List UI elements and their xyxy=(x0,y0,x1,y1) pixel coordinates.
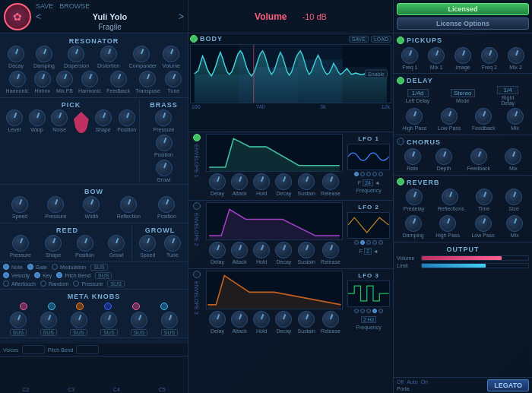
auto-label[interactable]: Auto xyxy=(407,379,417,385)
body-load-button[interactable]: LOAD xyxy=(371,36,391,43)
attack-env3-knob[interactable] xyxy=(231,311,248,328)
body-power-dot[interactable] xyxy=(190,35,198,43)
mix2-knob[interactable] xyxy=(508,47,524,64)
mix-delay-knob[interactable] xyxy=(507,108,524,125)
time-reverb-knob[interactable] xyxy=(476,189,492,205)
harmonic2-knob[interactable] xyxy=(81,71,98,87)
pressure-reed-knob[interactable] xyxy=(12,235,29,252)
meta-dot-3[interactable] xyxy=(76,303,84,310)
attack-env2-knob[interactable] xyxy=(231,242,248,258)
mod-random-dot[interactable] xyxy=(40,280,46,287)
highpass-delay-knob[interactable] xyxy=(406,108,423,125)
lfo2-dot-2[interactable] xyxy=(360,240,365,245)
attack-env1-knob[interactable] xyxy=(231,173,248,190)
decay-env2-knob[interactable] xyxy=(275,242,292,258)
lowpass-delay-knob[interactable] xyxy=(441,108,458,125)
pressure-bow-knob[interactable] xyxy=(47,196,64,213)
sus-btn-1[interactable]: SUS xyxy=(90,264,107,271)
enable-button[interactable]: Enable xyxy=(365,70,388,78)
left-delay-value[interactable]: 1/4d xyxy=(407,89,429,97)
next-button[interactable]: > xyxy=(179,11,184,22)
meta-knob-ctrl-4[interactable] xyxy=(100,312,117,328)
env2-power-dot[interactable] xyxy=(193,202,201,210)
mod-gate-dot[interactable] xyxy=(27,264,33,270)
size-reverb-knob[interactable] xyxy=(505,189,522,205)
sus-btn-2[interactable]: SUS xyxy=(95,272,112,279)
meta-sus-1[interactable]: SUS xyxy=(10,329,27,336)
mod-velocity-dot[interactable] xyxy=(3,272,9,278)
decay-env3-knob[interactable] xyxy=(275,311,292,328)
lfo3-freq-value[interactable]: 2 Hz xyxy=(361,316,376,323)
reverb-power-dot[interactable] xyxy=(397,178,404,185)
chorus-power-dot[interactable] xyxy=(397,138,404,145)
meta-sus-2[interactable]: SUS xyxy=(40,329,57,336)
lfo3-dot-2[interactable] xyxy=(360,309,365,313)
lfo1-dot-4[interactable] xyxy=(372,172,377,176)
mix-reverb-knob[interactable] xyxy=(506,215,523,232)
volume-resonator-knob[interactable] xyxy=(163,46,179,62)
sustain-env3-knob[interactable] xyxy=(298,311,315,328)
speed-growl-knob[interactable] xyxy=(139,235,156,252)
meta-sus-5[interactable]: SUS xyxy=(131,329,147,336)
predelay-reverb-knob[interactable] xyxy=(406,189,423,205)
lfo1-dot-3[interactable] xyxy=(366,172,371,176)
meta-dot-5[interactable] xyxy=(132,303,140,310)
position-bow-knob[interactable] xyxy=(158,196,175,213)
growl-reed-knob[interactable] xyxy=(108,235,125,252)
speed-bow-knob[interactable] xyxy=(11,196,28,213)
browse-label[interactable]: BROWSE xyxy=(59,2,90,10)
lfo3-dot-1[interactable] xyxy=(354,309,359,313)
mod-key-dot[interactable] xyxy=(34,272,40,278)
meta-knob-ctrl-3[interactable] xyxy=(71,312,87,328)
mod-note-dot[interactable] xyxy=(3,264,9,270)
hold-env2-knob[interactable] xyxy=(253,242,270,258)
release-env1-knob[interactable] xyxy=(322,173,339,190)
lfo2-dot-1[interactable] xyxy=(354,240,359,245)
meta-sus-4[interactable]: SUS xyxy=(100,329,117,336)
mod-aftertouch-dot[interactable] xyxy=(3,280,9,287)
delay-power-dot[interactable] xyxy=(397,77,404,84)
mod-modulation-dot[interactable] xyxy=(52,264,58,270)
pickups-power-dot[interactable] xyxy=(397,36,404,44)
lfo2-freq-value[interactable]: 2 xyxy=(364,248,372,255)
lfo1-dot-2[interactable] xyxy=(360,172,365,176)
dispersion-knob[interactable] xyxy=(68,46,84,62)
position-pick-knob[interactable] xyxy=(119,109,135,126)
highpass-reverb-knob[interactable] xyxy=(439,215,456,232)
lowpass-reverb-knob[interactable] xyxy=(475,215,492,232)
meta-knob-ctrl-5[interactable] xyxy=(131,312,147,328)
meta-knob-ctrl-6[interactable] xyxy=(161,312,178,328)
tune-growl-knob[interactable] xyxy=(164,235,181,252)
damping-reverb-knob[interactable] xyxy=(405,215,422,232)
reflections-reverb-knob[interactable] xyxy=(442,189,458,205)
position-reed-knob[interactable] xyxy=(77,235,93,252)
legato-button[interactable]: LEGATO xyxy=(487,379,529,391)
license-options-button[interactable]: License Options xyxy=(397,17,529,30)
level-knob[interactable] xyxy=(6,109,23,126)
lfo3-dot-3[interactable] xyxy=(366,309,371,313)
depth-chorus-knob[interactable] xyxy=(435,148,452,165)
env3-power-dot[interactable] xyxy=(193,271,201,278)
lfo2-dot-5[interactable] xyxy=(378,240,383,245)
hold-env3-knob[interactable] xyxy=(253,311,270,328)
lfo2-dot-3[interactable] xyxy=(366,240,371,245)
mode-value[interactable]: Stereo xyxy=(451,89,475,97)
lfo1-freq-value[interactable]: 24 xyxy=(363,179,373,186)
position-brass-knob[interactable] xyxy=(156,135,173,151)
image-knob[interactable] xyxy=(454,47,471,64)
freq2-knob[interactable] xyxy=(481,47,498,64)
licensed-button[interactable]: Licensed xyxy=(397,3,529,15)
body-save-button[interactable]: SAVE xyxy=(349,36,369,43)
limit-bar-track[interactable] xyxy=(421,263,529,268)
meta-dot-6[interactable] xyxy=(160,303,168,310)
mix1-knob[interactable] xyxy=(428,47,445,64)
distortion-knob[interactable] xyxy=(100,46,117,62)
hrmnx-knob[interactable] xyxy=(34,71,51,87)
feedback-delay-knob[interactable] xyxy=(475,108,492,125)
meta-dot-1[interactable] xyxy=(20,303,27,310)
lfo1-nav-left[interactable]: ◄ xyxy=(375,180,380,185)
lfo3-dot-4[interactable] xyxy=(372,309,377,313)
meta-dot-2[interactable] xyxy=(48,303,55,310)
meta-knob-ctrl-2[interactable] xyxy=(40,312,57,328)
shape-knob[interactable] xyxy=(95,109,112,126)
